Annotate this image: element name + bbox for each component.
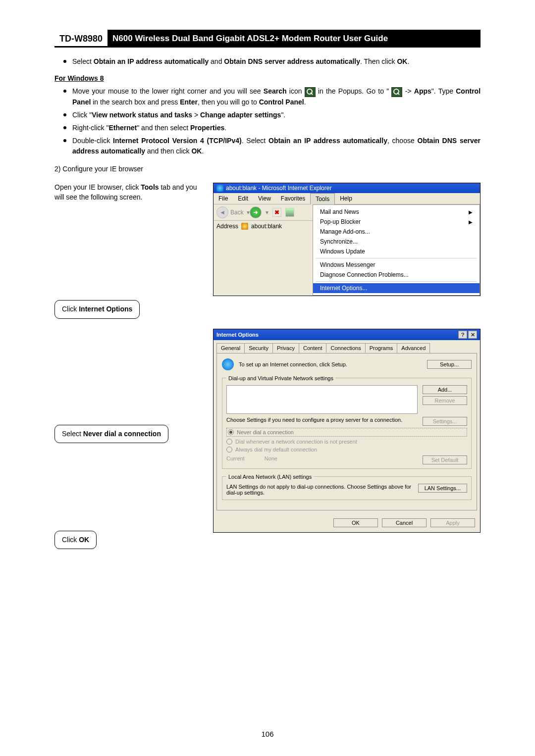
menu-help[interactable]: Help (335, 193, 357, 204)
tab-security[interactable]: Security (244, 343, 273, 353)
tools-dropdown: Mail and News▶ Pop-up Blocker▶ Manage Ad… (313, 204, 480, 296)
separator (316, 258, 477, 258)
menu-view[interactable]: View (253, 193, 276, 204)
lan-fieldset: Local Area Network (LAN) settings LAN Se… (222, 474, 472, 500)
globe-icon (222, 358, 234, 370)
page-number: 106 (0, 730, 535, 738)
tab-general[interactable]: General (216, 343, 245, 353)
bullet-item: Right-click "Ethernet" and then select P… (72, 123, 481, 133)
internet-options-dialog: Internet Options ?✕ General Security Pri… (213, 329, 481, 533)
stop-button[interactable]: ✖ (272, 208, 281, 217)
back-button[interactable]: ◄ (216, 206, 228, 218)
radio-icon (226, 439, 232, 445)
close-button[interactable]: ✕ (468, 331, 477, 339)
setup-text: To set up an Internet connection, click … (239, 361, 422, 367)
dialup-fieldset: Dial-up and Virtual Private Network sett… (222, 375, 472, 469)
dialog-titlebar: Internet Options ?✕ (214, 329, 480, 340)
bullet-item: Move your mouse to the lower right corne… (72, 86, 481, 107)
menu-diagnose[interactable]: Diagnose Connection Problems... (313, 270, 480, 280)
radio-icon (228, 429, 234, 435)
titlebar-buttons: ?✕ (457, 331, 477, 339)
dialog-buttons: OK Cancel Apply (214, 513, 480, 532)
bullet-item: Select Obtain an IP address automaticall… (72, 56, 481, 66)
menu-addons[interactable]: Manage Add-ons... (313, 227, 480, 237)
add-button[interactable]: Add... (423, 385, 467, 394)
tab-programs[interactable]: Programs (365, 343, 398, 353)
ie-toolbar: ◄ Back▾ ➜▾ ✖ (214, 204, 313, 221)
menu-tools[interactable]: Tools (310, 193, 335, 204)
separator (316, 281, 477, 282)
menu-internet-options[interactable]: Internet Options... (313, 283, 480, 293)
tab-advanced[interactable]: Advanced (397, 343, 430, 353)
ok-button[interactable]: OK (333, 518, 378, 527)
settings-button: Settings... (423, 417, 467, 426)
ie-titlebar: about:blank - Microsoft Internet Explore… (214, 183, 480, 193)
tab-content[interactable]: Content (299, 343, 327, 353)
bullet-list-top: Select Obtain an IP address automaticall… (54, 56, 481, 66)
menu-popup-blocker[interactable]: Pop-up Blocker▶ (313, 217, 480, 227)
lan-legend: Local Area Network (LAN) settings (226, 474, 314, 480)
setup-button[interactable]: Setup... (427, 360, 472, 369)
menu-winupdate[interactable]: Windows Update (313, 247, 480, 256)
menu-file[interactable]: File (214, 193, 233, 204)
address-bar: Address about:blank (214, 221, 313, 232)
ie-icon (216, 185, 223, 192)
radio-always-dial[interactable]: Always dial my default connection (226, 447, 467, 453)
lan-text: LAN Settings do not apply to dial-up con… (226, 484, 413, 496)
ie-window: about:blank - Microsoft Internet Explore… (213, 183, 481, 296)
bullet-list-win8: Move your mouse to the lower right corne… (54, 86, 481, 156)
back-label: Back (230, 209, 244, 216)
lan-settings-button[interactable]: LAN Settings... (418, 484, 467, 493)
page: TD-W8980 N600 Wireless Dual Band Gigabit… (0, 0, 535, 756)
dialog-tabs: General Security Privacy Content Connect… (214, 340, 480, 353)
dialog-body: To set up an Internet connection, click … (216, 353, 477, 510)
dialup-list[interactable] (226, 385, 418, 414)
menu-sync[interactable]: Synchronize... (313, 237, 480, 247)
instruction-4: Click OK (54, 531, 97, 550)
header: TD-W8980 N600 Wireless Dual Band Gigabit… (54, 30, 481, 48)
apply-button: Apply (430, 518, 475, 527)
forward-button[interactable]: ➜ (250, 206, 262, 218)
page-icon (241, 223, 248, 230)
model-label: TD-W8980 (54, 30, 107, 46)
guide-title: N600 Wireless Dual Band Gigabit ADSL2+ M… (107, 30, 481, 46)
cancel-button[interactable]: Cancel (382, 518, 427, 527)
menu-edit[interactable]: Edit (233, 193, 253, 204)
dialup-legend: Dial-up and Virtual Private Network sett… (226, 375, 335, 381)
current-label: Current (226, 455, 245, 464)
bullet-item: Double-click Internet Protocol Version 4… (72, 136, 481, 156)
tab-privacy[interactable]: Privacy (272, 343, 299, 353)
bullet-item: Click "View network status and tasks > C… (72, 110, 481, 120)
current-value: None (265, 455, 277, 464)
windows8-heading: For Windows 8 (54, 74, 481, 82)
menu-messenger[interactable]: Windows Messenger (313, 260, 480, 270)
address-label: Address (216, 223, 238, 230)
radio-dial-when[interactable]: Dial whenever a network connection is no… (226, 439, 467, 445)
menu-mail-news[interactable]: Mail and News▶ (313, 207, 480, 217)
ie-menubar[interactable]: File Edit View Favorites Tools Help (214, 193, 480, 204)
remove-button: Remove (423, 396, 467, 405)
proxy-text: Choose Settings if you need to configure… (226, 417, 418, 426)
setdefault-button: Set Default (423, 455, 467, 464)
menu-favorites[interactable]: Favorites (276, 193, 310, 204)
search-icon (305, 87, 316, 97)
address-value[interactable]: about:blank (251, 223, 282, 230)
tab-connections[interactable]: Connections (326, 343, 365, 353)
step-2: 2) Configure your IE browser (54, 165, 481, 173)
radio-icon (226, 447, 232, 453)
radio-never-dial[interactable]: Never dial a connection (226, 428, 467, 437)
instruction-1: Open your IE browser, click Tools tab an… (54, 183, 213, 202)
search-icon (391, 87, 402, 97)
refresh-button[interactable] (285, 208, 294, 217)
instruction-2: Click Internet Options (54, 300, 140, 319)
instruction-3: Select Never dial a connection (54, 425, 168, 444)
help-button[interactable]: ? (458, 331, 467, 339)
